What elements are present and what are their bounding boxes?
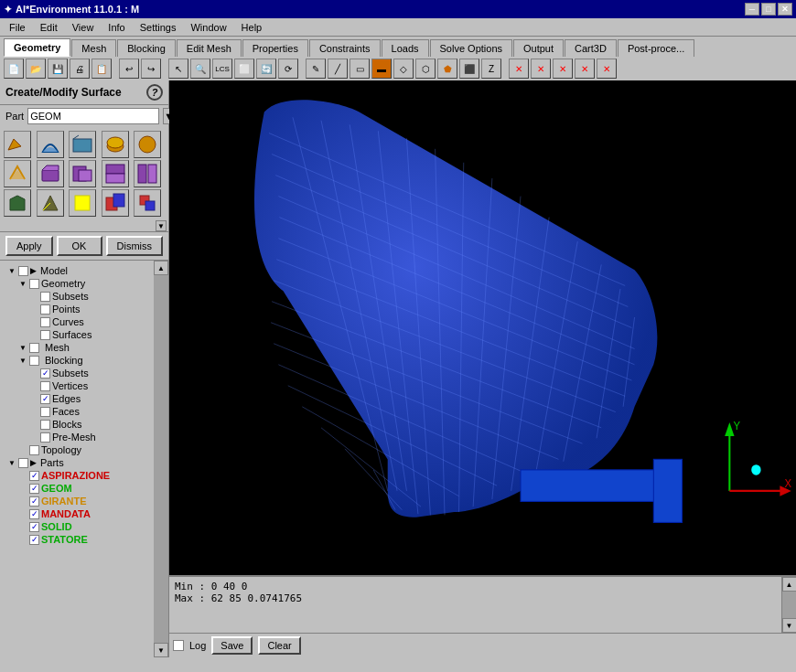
tree-item[interactable]: ✓STATORE — [4, 533, 150, 546]
surface-icon-4[interactable] — [102, 131, 129, 158]
tree-item[interactable]: Vertices — [4, 379, 150, 392]
tree-item[interactable]: ▼▶Parts — [4, 456, 150, 469]
tree-checkbox[interactable] — [40, 420, 50, 430]
toolbar-icon-zoom[interactable]: 🔍 — [190, 59, 210, 79]
tab-cart3d[interactable]: Cart3D — [565, 39, 617, 57]
tree-item[interactable]: ▼▶Model — [4, 264, 150, 277]
tab-solve-options[interactable]: Solve Options — [430, 39, 512, 57]
surface-icon-1[interactable] — [4, 131, 31, 158]
tree-checkbox[interactable] — [40, 330, 50, 340]
save-button[interactable]: Save — [211, 636, 253, 655]
toolbar-del-3[interactable]: ✕ — [553, 59, 573, 79]
toolbar-icon-15[interactable]: ⟳ — [278, 59, 298, 79]
tree-checkbox[interactable] — [40, 432, 50, 443]
tab-mesh[interactable]: Mesh — [71, 39, 116, 57]
tree-checkbox[interactable] — [29, 445, 39, 455]
console-scroll-track[interactable] — [782, 592, 796, 618]
toolbar-icon-open[interactable]: 📂 — [26, 59, 46, 79]
tree-item[interactable]: ✓GIRANTE — [4, 495, 150, 507]
menu-view[interactable]: View — [65, 20, 102, 35]
surface-icon-8[interactable] — [69, 160, 96, 187]
toolbar-icon-new[interactable]: 📄 — [4, 59, 24, 79]
tree-checkbox[interactable] — [40, 317, 50, 327]
tree-checkbox[interactable] — [18, 458, 28, 468]
menu-window[interactable]: Window — [183, 20, 233, 35]
toolbar-geo-7[interactable]: ⬟ — [437, 59, 457, 79]
toolbar-geo-2[interactable]: ╱ — [328, 59, 348, 79]
toolbar-icon-undo[interactable]: ↩ — [119, 59, 139, 79]
surface-icon-11[interactable] — [4, 189, 31, 217]
tab-loads[interactable]: Loads — [382, 39, 429, 57]
tree-checkbox[interactable]: ✓ — [29, 496, 39, 507]
tree-item[interactable]: Points — [4, 303, 150, 315]
tree-item[interactable]: Topology — [4, 443, 150, 456]
tab-blocking[interactable]: Blocking — [117, 39, 176, 57]
toolbar-geo-8[interactable]: ⬛ — [459, 59, 479, 79]
toolbar-del-1[interactable]: ✕ — [509, 59, 529, 79]
tree-item[interactable]: ✓GEOM — [4, 482, 150, 495]
tree-item[interactable]: Subsets — [4, 290, 150, 303]
close-button[interactable]: ✕ — [778, 3, 792, 16]
toolbar-geo-3[interactable]: ▭ — [350, 59, 370, 79]
menu-edit[interactable]: Edit — [33, 20, 65, 35]
tree-checkbox[interactable]: ✓ — [40, 368, 50, 379]
menu-info[interactable]: Info — [101, 20, 132, 35]
tree-scroll-up[interactable]: ▲ — [154, 261, 168, 275]
toolbar-icon-lcs[interactable]: LCS — [212, 59, 232, 79]
clear-button[interactable]: Clear — [258, 636, 300, 655]
tree-checkbox[interactable] — [40, 304, 50, 315]
tab-geometry[interactable]: Geometry — [4, 38, 70, 57]
surface-icon-5[interactable] — [134, 131, 161, 158]
tree-checkbox[interactable]: ✓ — [29, 509, 39, 519]
surface-icon-12[interactable] — [37, 189, 64, 217]
toolbar-icon-save[interactable]: 💾 — [48, 59, 68, 79]
surface-icon-13[interactable] — [69, 189, 96, 217]
toolbar-geo-1[interactable]: ✎ — [306, 59, 326, 79]
tree-item[interactable]: ✓MANDATA — [4, 507, 150, 520]
panel-scroll-down[interactable]: ▼ — [156, 220, 167, 231]
tree-item[interactable]: ✓Subsets — [4, 367, 150, 379]
tree-checkbox[interactable]: ✓ — [29, 484, 39, 494]
surface-icon-6[interactable] — [4, 160, 31, 187]
toolbar-icon-14[interactable]: 🔄 — [256, 59, 276, 79]
toolbar-icon-13[interactable]: ⬜ — [234, 59, 254, 79]
tree-item[interactable]: ▼Geometry — [4, 277, 150, 290]
toolbar-geo-6[interactable]: ⬡ — [415, 59, 436, 79]
console-scrollbar[interactable]: ▲ ▼ — [781, 577, 796, 633]
help-button[interactable]: ? — [146, 84, 163, 101]
menu-file[interactable]: File — [2, 20, 33, 35]
tab-constraints[interactable]: Constraints — [309, 39, 381, 57]
minimize-button[interactable]: ─ — [745, 3, 759, 16]
toolbar-icon-redo[interactable]: ↪ — [141, 59, 161, 79]
dismiss-button[interactable]: Dismiss — [106, 236, 164, 256]
surface-icon-14[interactable] — [102, 189, 129, 217]
tree-item[interactable]: Blocks — [4, 418, 150, 431]
tree-checkbox[interactable] — [29, 356, 39, 366]
tree-checkbox[interactable]: ✓ — [40, 394, 50, 404]
tree-checkbox[interactable]: ✓ — [29, 522, 39, 532]
part-input[interactable] — [27, 108, 159, 124]
menu-settings[interactable]: Settings — [133, 20, 184, 35]
tree-item[interactable]: Curves — [4, 315, 150, 328]
surface-icon-2[interactable] — [37, 131, 64, 158]
tab-post-proce[interactable]: Post-proce... — [618, 39, 694, 57]
tree-checkbox[interactable] — [18, 266, 28, 276]
toolbar-del-5[interactable]: ✕ — [597, 59, 617, 79]
surface-icon-15[interactable] — [134, 189, 161, 217]
console-scroll-down[interactable]: ▼ — [782, 618, 797, 633]
tab-properties[interactable]: Properties — [242, 39, 308, 57]
tab-edit-mesh[interactable]: Edit Mesh — [177, 39, 242, 57]
tree-checkbox[interactable] — [40, 407, 50, 417]
tree-item[interactable]: ✓ASPIRAZIONE — [4, 469, 150, 482]
apply-button[interactable]: Apply — [5, 236, 53, 256]
toolbar-geo-9[interactable]: Z — [481, 59, 501, 79]
console-scroll-up[interactable]: ▲ — [782, 577, 797, 592]
tree-checkbox[interactable]: ✓ — [29, 535, 39, 545]
tree-item[interactable]: Faces — [4, 405, 150, 418]
toolbar-icon-5[interactable]: 📋 — [91, 59, 112, 79]
tree-scrollbar[interactable]: ▲ ▼ — [154, 261, 168, 657]
viewport-canvas[interactable]: Y X — [169, 80, 796, 575]
tree-item[interactable]: ▼Mesh — [4, 341, 150, 354]
tab-output[interactable]: Output — [513, 39, 564, 57]
tree-item[interactable]: ✓Edges — [4, 392, 150, 405]
